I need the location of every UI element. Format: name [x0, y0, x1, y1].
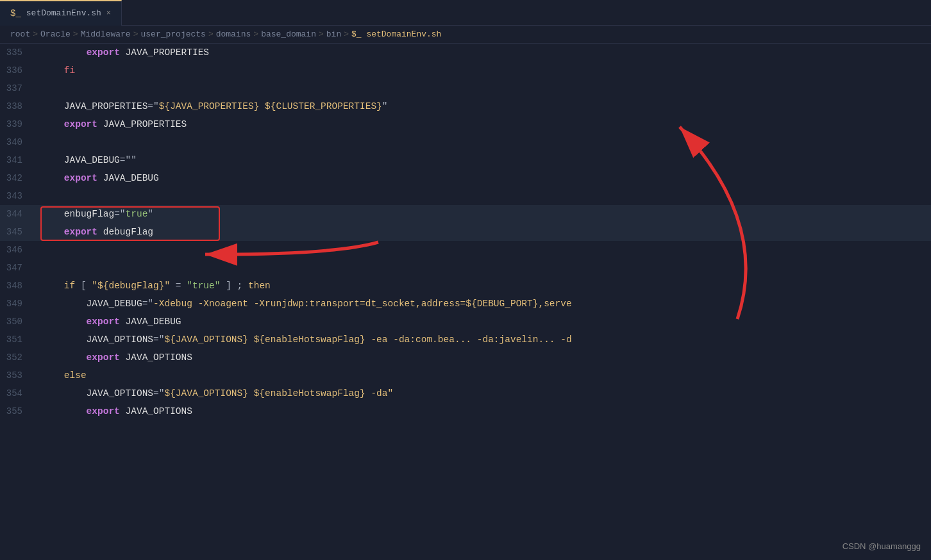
line-number: 343 [0, 187, 35, 205]
breadcrumb-root: root [10, 29, 30, 39]
table-row: 350 export JAVA_DEBUG [0, 313, 931, 331]
line-number: 338 [0, 97, 35, 115]
line-content: JAVA_OPTIONS="${JAVA_OPTIONS} ${enableHo… [35, 384, 931, 402]
line-number: 342 [0, 169, 35, 187]
table-row: 343 [0, 187, 931, 205]
line-content: JAVA_OPTIONS="${JAVA_OPTIONS} ${enableHo… [35, 331, 931, 349]
line-content: JAVA_PROPERTIES="${JAVA_PROPERTIES} ${CL… [35, 97, 931, 115]
breadcrumb-filename: $_ setDomainEnv.sh [351, 29, 441, 39]
tab-label: setDomainEnv.sh [26, 8, 101, 18]
line-number: 351 [0, 331, 35, 349]
table-row: 337 [0, 79, 931, 97]
line-content: export JAVA_OPTIONS [35, 402, 931, 420]
table-row: 336 fi [0, 62, 931, 79]
line-content: if [ "${debugFlag}" = "true" ] ; then [35, 277, 931, 295]
line-content: enbugFlag="true" [35, 205, 931, 223]
line-number: 339 [0, 115, 35, 133]
line-number: 353 [0, 366, 35, 384]
table-row: 344 enbugFlag="true" [0, 205, 931, 223]
line-content [35, 241, 931, 259]
tab-file-icon: $_ [10, 8, 21, 19]
line-content: export JAVA_DEBUG [35, 169, 931, 187]
line-content: export JAVA_PROPERTIES [35, 44, 931, 62]
line-content: export JAVA_OPTIONS [35, 349, 931, 366]
table-row: 349 JAVA_DEBUG="-Xdebug -Xnoagent -Xrunj… [0, 295, 931, 313]
table-row: 340 [0, 133, 931, 151]
line-number: 347 [0, 259, 35, 277]
tab-close-button[interactable]: × [106, 9, 111, 18]
code-editor: 335 export JAVA_PROPERTIES336 fi337 338 … [0, 44, 931, 557]
table-row: 339 export JAVA_PROPERTIES [0, 115, 931, 133]
table-row: 352 export JAVA_OPTIONS [0, 349, 931, 366]
table-row: 345 export debugFlag [0, 223, 931, 241]
line-number: 346 [0, 241, 35, 259]
tab-bar: $_ setDomainEnv.sh × [0, 0, 931, 26]
table-row: 342 export JAVA_DEBUG [0, 169, 931, 187]
line-content: JAVA_DEBUG="-Xdebug -Xnoagent -Xrunjdwp:… [35, 295, 931, 313]
table-row: 341 JAVA_DEBUG="" [0, 151, 931, 169]
line-content: else [35, 366, 931, 384]
line-content: export debugFlag [35, 223, 931, 241]
table-row: 355 export JAVA_OPTIONS [0, 402, 931, 420]
table-row: 348 if [ "${debugFlag}" = "true" ] ; the… [0, 277, 931, 295]
table-row: 354 JAVA_OPTIONS="${JAVA_OPTIONS} ${enab… [0, 384, 931, 402]
table-row: 335 export JAVA_PROPERTIES [0, 44, 931, 62]
line-content: export JAVA_DEBUG [35, 313, 931, 331]
table-row: 338 JAVA_PROPERTIES="${JAVA_PROPERTIES} … [0, 97, 931, 115]
code-lines: 335 export JAVA_PROPERTIES336 fi337 338 … [0, 44, 931, 420]
breadcrumb: root > Oracle > Middleware > user_projec… [0, 26, 931, 44]
line-number: 335 [0, 44, 35, 62]
line-content: export JAVA_PROPERTIES [35, 115, 931, 133]
line-number: 337 [0, 79, 35, 97]
line-content [35, 133, 931, 151]
line-number: 354 [0, 384, 35, 402]
tab-setdomainenv[interactable]: $_ setDomainEnv.sh × [0, 0, 122, 26]
line-content: JAVA_DEBUG="" [35, 151, 931, 169]
table-row: 351 JAVA_OPTIONS="${JAVA_OPTIONS} ${enab… [0, 331, 931, 349]
line-content [35, 187, 931, 205]
line-number: 340 [0, 133, 35, 151]
table-row: 347 [0, 259, 931, 277]
line-number: 350 [0, 313, 35, 331]
table-row: 353 else [0, 366, 931, 384]
line-content: fi [35, 62, 931, 79]
table-row: 346 [0, 241, 931, 259]
line-content [35, 79, 931, 97]
line-content [35, 259, 931, 277]
line-number: 348 [0, 277, 35, 295]
line-number: 336 [0, 62, 35, 79]
line-number: 344 [0, 205, 35, 223]
watermark: CSDN @huamanggg [843, 541, 921, 551]
line-number: 349 [0, 295, 35, 313]
line-number: 352 [0, 349, 35, 366]
line-number: 341 [0, 151, 35, 169]
line-number: 345 [0, 223, 35, 241]
line-number: 355 [0, 402, 35, 420]
